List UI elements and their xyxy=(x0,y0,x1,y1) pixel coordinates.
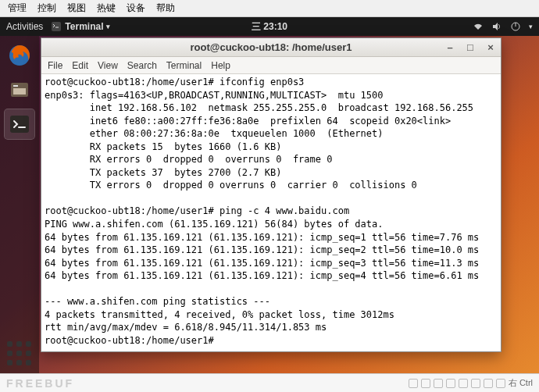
window-close-button[interactable]: × xyxy=(485,41,496,53)
files-icon xyxy=(9,79,30,101)
vm-menu-control[interactable]: 控制 xyxy=(37,2,56,15)
window-titlebar[interactable]: root@cuckoo-ubt18: /home/user1 – □ × xyxy=(41,38,501,57)
vm-menu-view[interactable]: 视图 xyxy=(67,2,86,15)
firefox-icon xyxy=(8,44,31,67)
window-title: root@cuckoo-ubt18: /home/user1 xyxy=(191,41,352,53)
status-usb-icon[interactable] xyxy=(446,379,455,388)
vm-menubar: 管理 控制 视图 热键 设备 帮助 xyxy=(0,0,539,17)
menu-help[interactable]: Help xyxy=(211,60,230,71)
host-key-label: 右 Ctrl xyxy=(509,377,533,389)
window-minimize-button[interactable]: – xyxy=(444,41,455,53)
activities-button[interactable]: Activities xyxy=(6,21,43,32)
dock-terminal[interactable] xyxy=(5,109,34,139)
network-icon[interactable] xyxy=(473,21,484,32)
menu-file[interactable]: File xyxy=(48,60,62,71)
terminal-menubar: File Edit View Search Terminal Help xyxy=(41,57,501,74)
terminal-icon xyxy=(51,21,62,32)
dock-firefox[interactable] xyxy=(5,41,34,70)
dock-files[interactable] xyxy=(5,75,34,105)
status-mouse-icon[interactable] xyxy=(496,379,505,388)
vm-menu-hotkey[interactable]: 热键 xyxy=(97,2,116,15)
window-maximize-button[interactable]: □ xyxy=(465,41,476,53)
terminal-window: root@cuckoo-ubt18: /home/user1 – □ × Fil… xyxy=(41,37,502,352)
clock[interactable]: 三 23:10 xyxy=(252,20,287,34)
menu-search[interactable]: Search xyxy=(127,60,157,71)
svg-rect-0 xyxy=(52,22,61,31)
ubuntu-top-bar: Activities Terminal ▾ 三 23:10 ▾ xyxy=(0,17,539,36)
chevron-down-icon: ▾ xyxy=(106,23,110,30)
vm-menu-manage[interactable]: 管理 xyxy=(8,2,27,15)
vm-status-bar: FREEBUF 右 Ctrl xyxy=(0,373,539,392)
show-applications-button[interactable] xyxy=(3,337,36,370)
active-app-label: Terminal xyxy=(65,21,103,32)
menu-edit[interactable]: Edit xyxy=(72,60,88,71)
vm-menu-help[interactable]: 帮助 xyxy=(156,2,175,15)
terminal-output[interactable]: root@cuckoo-ubt18:/home/user1# ifconfig … xyxy=(41,74,501,351)
svg-rect-6 xyxy=(13,88,26,94)
terminal-icon xyxy=(9,113,30,135)
status-net-icon[interactable] xyxy=(434,379,443,388)
ubuntu-dock xyxy=(0,36,39,373)
status-shared-icon[interactable] xyxy=(459,379,468,388)
menu-terminal[interactable]: Terminal xyxy=(166,60,202,71)
svg-rect-5 xyxy=(13,85,18,87)
volume-icon[interactable] xyxy=(491,21,502,32)
vm-menu-device[interactable]: 设备 xyxy=(127,2,145,15)
status-record-icon[interactable] xyxy=(484,379,493,388)
status-disc-icon[interactable] xyxy=(421,379,430,388)
status-display-icon[interactable] xyxy=(471,379,480,388)
svg-rect-7 xyxy=(10,116,29,133)
menu-view[interactable]: View xyxy=(98,60,118,71)
status-hdd-icon[interactable] xyxy=(409,379,418,388)
power-icon[interactable] xyxy=(510,21,521,32)
watermark: FREEBUF xyxy=(6,377,74,390)
chevron-down-icon[interactable]: ▾ xyxy=(529,23,533,30)
active-app-indicator[interactable]: Terminal ▾ xyxy=(51,21,110,32)
